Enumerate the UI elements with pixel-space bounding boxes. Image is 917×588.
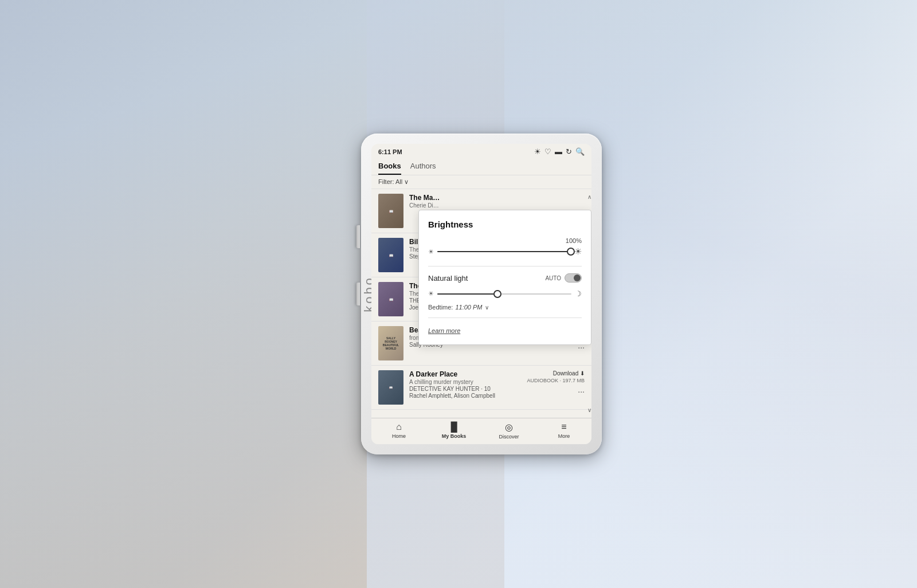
auto-label: AUTO — [545, 275, 561, 281]
filter-bar: Filter: All ∨ — [371, 175, 591, 189]
brightness-section: 100% ☀ ☀ — [428, 237, 582, 257]
side-button-top[interactable] — [356, 225, 360, 248]
nav-tabs: Books Authors — [371, 158, 591, 175]
status-time: 6:11 PM — [378, 148, 402, 155]
bedtime-row: Bedtime: 11:00 PM ∨ — [428, 304, 582, 311]
nav-my-books[interactable]: ▐▌ My Books — [426, 418, 481, 444]
divider — [428, 266, 582, 266]
bedtime-time: 11:00 PM — [455, 304, 482, 311]
auto-toggle[interactable]: AUTO — [545, 273, 582, 283]
download-button[interactable]: Download ⬇ — [553, 370, 585, 377]
moon-icon: ☽ — [575, 289, 582, 298]
book-title: A Darker Place — [409, 370, 521, 378]
panel-title: Brightness — [428, 219, 582, 229]
brightness-max-icon: ☀ — [574, 246, 582, 257]
warmth-min-icon: ☀ — [428, 290, 434, 297]
bedtime-label: Bedtime: — [428, 304, 453, 311]
book-info: A Darker Place A chilling murder mystery… — [409, 370, 521, 399]
nav-my-books-label: My Books — [442, 433, 467, 439]
search-icon[interactable]: 🔍 — [575, 147, 585, 156]
book-title: The Ma… — [409, 194, 585, 202]
nav-more-label: More — [558, 433, 570, 439]
nav-home-label: Home — [392, 433, 406, 439]
book-cover: SALLYROONEYBEAUTIFULWORLD — [378, 326, 403, 360]
book-format: AUDIOBOOK · 197.7 MB — [527, 378, 585, 383]
brightness-slider[interactable] — [437, 251, 571, 252]
book-subtitle: Cherie Di… — [409, 202, 585, 209]
tab-books[interactable]: Books — [378, 160, 401, 175]
status-icons: ☀ ♡ ▬ ↻ 🔍 — [534, 147, 585, 156]
side-button-bottom[interactable] — [356, 283, 360, 305]
kobo-device: kobo 6:11 PM ☀ ♡ ▬ ↻ 🔍 Books Authors Fil… — [361, 134, 602, 454]
bottom-nav: ⌂ Home ▐▌ My Books ◎ Discover ≡ More — [371, 418, 591, 444]
nav-more[interactable]: ≡ More — [536, 418, 591, 444]
brightness-icon: ☀ — [534, 147, 541, 156]
scroll-up-icon[interactable]: ∧ — [587, 194, 591, 200]
book-list: 📖 The Ma… Cherie Di… 📖 Billy Su… The No.… — [371, 189, 591, 418]
bedtime-chevron-icon[interactable]: ∨ — [485, 304, 489, 311]
book-author: Rachel Amphlett, Alison Campbell — [409, 393, 521, 399]
book-cover: 📖 — [378, 238, 403, 272]
book-info: The Ma… Cherie Di… — [409, 194, 585, 209]
natural-light-label: Natural light — [428, 274, 468, 283]
book-cover: 📖 — [378, 282, 403, 316]
book-subtitle: A chilling murder mystery — [409, 379, 521, 385]
divider-2 — [428, 317, 582, 318]
natural-light-header: Natural light AUTO — [428, 273, 582, 283]
tab-authors[interactable]: Authors — [410, 160, 436, 175]
filter-text[interactable]: Filter: All ∨ — [378, 178, 409, 186]
more-icon: ≡ — [561, 422, 566, 432]
discover-icon: ◎ — [505, 422, 513, 433]
nav-home[interactable]: ⌂ Home — [371, 418, 426, 444]
natural-light-slider-row: ☀ ☽ — [428, 289, 582, 298]
sync-icon: ↻ — [566, 147, 572, 156]
toggle-switch[interactable] — [565, 273, 582, 283]
scroll-down-icon[interactable]: ∨ — [587, 407, 591, 413]
book-action: Download ⬇ AUDIOBOOK · 197.7 MB ··· — [527, 370, 585, 396]
natural-light-slider[interactable] — [437, 293, 571, 295]
book-cover: 📖 — [378, 370, 403, 405]
home-icon: ⌂ — [396, 422, 402, 432]
wifi-icon: ♡ — [544, 147, 551, 156]
status-bar: 6:11 PM ☀ ♡ ▬ ↻ 🔍 — [371, 144, 591, 158]
brightness-slider-row: ☀ ☀ — [428, 246, 582, 257]
my-books-icon: ▐▌ — [448, 422, 461, 432]
book-series: DETECTIVE KAY HUNTER · 10 — [409, 386, 521, 392]
nav-discover[interactable]: ◎ Discover — [481, 418, 536, 444]
more-options-button[interactable]: ··· — [578, 387, 585, 396]
brightness-percentage: 100% — [428, 237, 582, 244]
nav-discover-label: Discover — [499, 434, 519, 440]
book-cover: 📖 — [378, 194, 403, 228]
screen: 6:11 PM ☀ ♡ ▬ ↻ 🔍 Books Authors Filter: … — [371, 144, 591, 444]
list-item[interactable]: 📖 A Darker Place A chilling murder myste… — [371, 366, 591, 410]
brightness-min-icon: ☀ — [428, 248, 434, 256]
battery-icon: ▬ — [555, 147, 562, 156]
brightness-panel: Brightness 100% ☀ ☀ N — [418, 210, 591, 345]
toggle-knob — [574, 275, 581, 281]
learn-more-link[interactable]: Learn more — [428, 327, 460, 334]
